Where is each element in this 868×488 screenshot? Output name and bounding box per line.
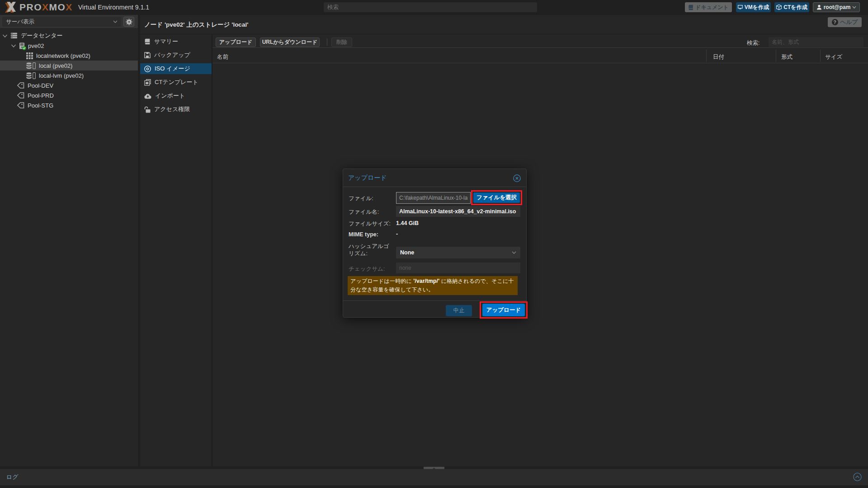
expander-icon[interactable] xyxy=(2,34,8,38)
storage-icon xyxy=(26,62,36,69)
bottom-strip xyxy=(0,485,868,488)
dialog-close-button[interactable] xyxy=(513,174,521,182)
summary-icon xyxy=(144,38,151,45)
remove-button[interactable]: 削除 xyxy=(331,38,352,47)
view-selector-row: サーバ表示 xyxy=(0,15,138,28)
pool-tag-icon xyxy=(17,82,24,89)
datacenter-icon xyxy=(10,33,18,39)
url-download-button[interactable]: URLからダウンロード xyxy=(260,38,320,47)
node-icon xyxy=(19,42,25,49)
column-header-size[interactable]: サイズ xyxy=(825,53,842,61)
nav-item-summary[interactable]: サマリー xyxy=(140,36,212,47)
table-header: 名前 日付 形式 サイズ xyxy=(212,48,868,63)
table-search-input[interactable] xyxy=(769,37,863,47)
file-label: ファイル: xyxy=(349,195,394,202)
help-button[interactable]: ? ヘルプ xyxy=(828,17,862,27)
file-select-button[interactable]: ファイルを選択 xyxy=(473,192,520,203)
hash-algorithm-select[interactable]: None xyxy=(396,247,520,258)
toolbar-separator xyxy=(327,38,327,46)
monitor-icon xyxy=(738,5,743,10)
filename-value-field: AlmaLinux-10-latest-x86_64_v2-minimal.is… xyxy=(396,206,520,217)
expander-icon[interactable] xyxy=(11,44,16,47)
tree-settings-button[interactable] xyxy=(123,17,134,27)
table-search-label: 検索: xyxy=(747,39,760,47)
log-panel-title: ログ xyxy=(6,473,19,481)
gear-icon xyxy=(126,19,132,25)
import-cloud-icon xyxy=(144,93,151,99)
nav-item-backup[interactable]: バックアップ xyxy=(140,50,212,61)
content-toolbar: アップロード URLからダウンロード 削除 検索: xyxy=(212,35,868,48)
abort-button[interactable]: 中止 xyxy=(446,305,472,316)
tree-item-pve02[interactable]: pve02 xyxy=(0,41,138,51)
documentation-button[interactable]: ドキュメント xyxy=(685,2,732,12)
filesize-label: ファイルサイズ: xyxy=(349,220,394,227)
ct-template-icon xyxy=(144,79,151,86)
resource-tree: データセンター pve02 localnetwork (pve02) local… xyxy=(0,28,138,468)
upload-toolbar-button[interactable]: アップロード xyxy=(216,38,256,47)
upload-dialog: アップロード ファイル: ファイルを選択 ファイル名: AlmaLinux-10… xyxy=(343,169,527,318)
create-vm-button[interactable]: VMを作成 xyxy=(736,2,771,12)
checksum-input[interactable] xyxy=(396,263,520,273)
top-bar: PROXMOX Virtual Environment 9.1.1 ドキュメント… xyxy=(0,0,868,15)
storage-nav: サマリー バックアップ ISO イメージ CTテンプレート インポート アクセス… xyxy=(140,35,212,468)
question-icon: ? xyxy=(832,19,838,25)
filesize-value: 1.44 GiB xyxy=(396,220,419,226)
backup-icon xyxy=(144,52,151,58)
nav-item-iso-images[interactable]: ISO イメージ xyxy=(140,63,212,74)
column-header-date[interactable]: 日付 xyxy=(713,53,724,61)
content-title: ノード 'pve02' 上のストレージ 'local' xyxy=(144,21,248,29)
storage-icon xyxy=(26,72,36,79)
column-header-format[interactable]: 形式 xyxy=(781,53,793,61)
log-panel: ログ xyxy=(0,469,868,485)
tree-item-datacenter[interactable]: データセンター xyxy=(0,31,138,41)
checksum-label: チェックサム: xyxy=(349,265,394,272)
dialog-upload-button[interactable]: アップロード xyxy=(482,304,525,316)
pool-tag-icon xyxy=(17,92,24,99)
tree-item-pool-prd[interactable]: Pool-PRD xyxy=(0,90,138,100)
brand-wordmark: PROXMOX xyxy=(19,2,73,13)
annotation-box-upload: アップロード xyxy=(480,301,528,319)
tree-item-local[interactable]: local (pve02) xyxy=(0,61,138,70)
online-status-icon xyxy=(22,46,26,50)
mime-type-value: - xyxy=(396,231,398,237)
upload-warning-message: アップロードは一時的に '/var/tmp/' に格納されるので、そこに十分な空… xyxy=(348,276,518,295)
chevron-down-icon xyxy=(512,251,516,254)
chevron-down-icon xyxy=(113,20,118,23)
nav-item-permissions[interactable]: アクセス権限 xyxy=(140,104,212,115)
content-header: ノード 'pve02' 上のストレージ 'local' ? ヘルプ xyxy=(140,15,868,34)
permissions-lock-icon xyxy=(144,106,151,113)
annotation-box-file-select: ファイルを選択 xyxy=(471,190,522,205)
dialog-title: アップロード xyxy=(348,174,387,182)
tree-item-localnetwork[interactable]: localnetwork (pve02) xyxy=(0,51,138,61)
iso-disc-icon xyxy=(144,66,151,72)
cube-icon xyxy=(776,5,782,10)
nav-item-import[interactable]: インポート xyxy=(140,90,212,101)
storage-content-panel: アップロード URLからダウンロード 削除 検索: 名前 日付 形式 サイズ xyxy=(212,35,868,466)
tree-item-pool-dev[interactable]: Pool-DEV xyxy=(0,80,138,90)
nav-item-ct-templates[interactable]: CTテンプレート xyxy=(140,77,212,88)
log-collapse-button[interactable] xyxy=(853,473,862,481)
hash-algorithm-label: ハッシュアルゴリズム: xyxy=(349,243,394,257)
global-search-input[interactable] xyxy=(324,2,537,12)
network-icon xyxy=(26,52,33,59)
book-icon xyxy=(688,5,693,10)
proxmox-logo: PROXMOX xyxy=(5,1,73,13)
proxmox-x-icon xyxy=(5,1,18,13)
view-selector-combo[interactable]: サーバ表示 xyxy=(2,17,121,27)
pool-tag-icon xyxy=(17,102,24,108)
user-menu-button[interactable]: root@pam xyxy=(813,2,860,12)
chevron-down-icon xyxy=(852,6,856,9)
filename-label: ファイル名: xyxy=(349,208,394,216)
column-header-name[interactable]: 名前 xyxy=(217,53,228,61)
create-ct-button[interactable]: CTを作成 xyxy=(774,2,809,12)
mime-type-label: MIME type: xyxy=(349,231,394,238)
version-text: Virtual Environment 9.1.1 xyxy=(78,4,149,11)
user-icon xyxy=(816,5,822,10)
file-path-input[interactable] xyxy=(396,192,471,204)
tree-item-local-lvm[interactable]: local-lvm (pve02) xyxy=(0,70,138,80)
tree-item-pool-stg[interactable]: Pool-STG xyxy=(0,100,138,110)
